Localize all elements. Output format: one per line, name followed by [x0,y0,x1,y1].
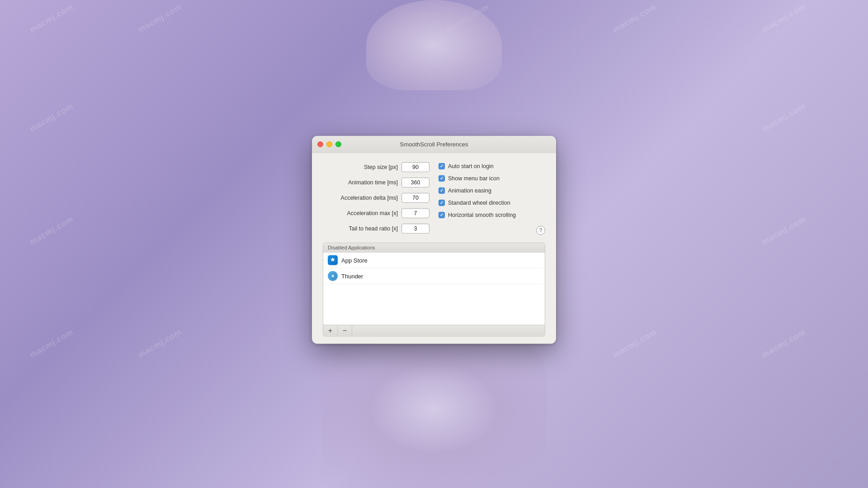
animation-easing-label: Animation easing [448,188,491,194]
settings-columns: Step size [px] Animation time [ms] Accel… [323,162,545,239]
window-title: SmoothScroll Preferences [400,141,468,148]
checkboxes-inner: Auto start on login Show menu bar icon A… [439,163,545,239]
step-size-label: Step size [px] [364,164,398,170]
flower-decoration-bottom [321,330,547,488]
animation-time-row: Animation time [ms] [323,178,429,188]
acceleration-max-label: Acceleration max [x] [347,210,398,216]
close-button[interactable] [317,141,323,147]
show-menu-bar-row: Show menu bar icon [439,175,545,182]
add-app-button[interactable]: + [323,325,338,336]
horizontal-smooth-row: Horizontal smooth scrolling [439,212,545,218]
standard-wheel-checkbox[interactable] [439,200,445,206]
thunder-item[interactable]: Thunder [323,268,545,284]
checkboxes-column: Auto start on login Show menu bar icon A… [439,162,545,239]
standard-wheel-label: Standard wheel direction [448,200,510,206]
disabled-apps-header: Disabled Applications [323,243,545,253]
flower-decoration-top [366,0,502,90]
window-content: Step size [px] Animation time [ms] Accel… [312,153,556,344]
minimize-button[interactable] [326,141,332,147]
apps-list: App Store Thunder [323,253,545,325]
standard-wheel-row: Standard wheel direction [439,200,545,206]
horizontal-smooth-label: Horizontal smooth scrolling [448,212,516,218]
thunder-name: Thunder [341,272,363,279]
animation-time-label: Animation time [ms] [348,179,398,186]
acceleration-max-row: Acceleration max [x] [323,208,429,218]
show-menu-bar-checkbox[interactable] [439,175,445,182]
acceleration-delta-row: Acceleration delta [ms] [323,193,429,203]
show-menu-bar-label: Show menu bar icon [448,175,500,182]
preferences-window: SmoothScroll Preferences Step size [px] … [312,136,556,344]
title-bar: SmoothScroll Preferences [312,136,556,153]
maximize-button[interactable] [335,141,341,147]
animation-easing-checkbox[interactable] [439,188,445,194]
step-size-input[interactable] [401,162,429,172]
animation-time-input[interactable] [401,178,429,188]
help-button[interactable]: ? [536,226,545,235]
step-size-row: Step size [px] [323,162,429,172]
svg-point-2 [332,275,334,277]
remove-app-button[interactable]: − [338,325,352,336]
auto-start-label: Auto start on login [448,163,494,169]
horizontal-smooth-checkbox[interactable] [439,212,445,218]
tail-to-head-row: Tail to head ratio [x] [323,224,429,234]
thunder-icon [328,271,338,281]
app-store-icon [328,255,338,265]
app-store-name: App Store [341,257,368,263]
apps-toolbar: + − [323,325,545,336]
traffic-lights [317,141,341,147]
disabled-apps-section: Disabled Applications App Store [323,243,545,337]
acceleration-delta-label: Acceleration delta [ms] [341,195,398,201]
acceleration-max-input[interactable] [401,208,429,218]
numeric-fields-column: Step size [px] Animation time [ms] Accel… [323,162,429,239]
tail-to-head-label: Tail to head ratio [x] [349,225,398,232]
app-store-item[interactable]: App Store [323,253,545,268]
animation-easing-row: Animation easing [439,188,545,194]
auto-start-row: Auto start on login [439,163,545,169]
tail-to-head-input[interactable] [401,224,429,234]
acceleration-delta-input[interactable] [401,193,429,203]
auto-start-checkbox[interactable] [439,163,445,169]
help-row: ? [439,226,545,235]
